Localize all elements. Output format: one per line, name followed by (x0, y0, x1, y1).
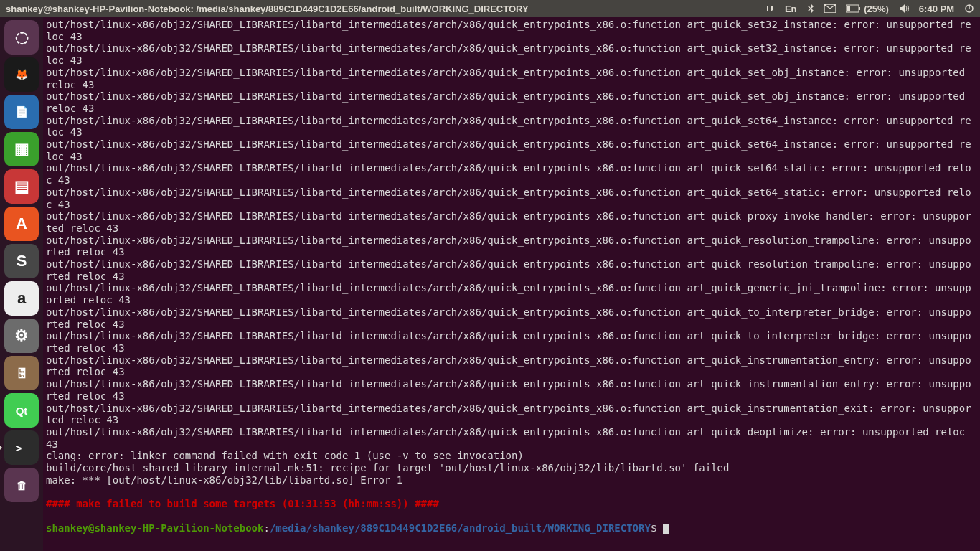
prompt-path: /media/shankey/889C1D449C1D2E66/android_… (270, 522, 651, 534)
svg-rect-2 (847, 6, 850, 11)
writer-icon[interactable]: 📄 (4, 95, 39, 129)
impress-icon[interactable]: ▤ (4, 169, 39, 204)
firefox-icon[interactable]: 🦊 (4, 57, 39, 92)
unity-launcher: ◌🦊📄▦▤ASa⚙🗄Qt>_🗑 (0, 17, 43, 551)
sound-icon[interactable] (899, 4, 909, 14)
build-fail-line: #### make failed to build some targets (… (46, 498, 439, 509)
window-title: shankey@shankey-HP-Pavilion-Notebook: /m… (6, 4, 765, 14)
terminal-icon[interactable]: >_ (4, 430, 39, 465)
terminal-output[interactable]: out/host/linux-x86/obj32/SHARED_LIBRARIE… (43, 17, 980, 551)
svg-rect-1 (859, 7, 860, 10)
indicator-area: En (25%) 6:40 PM (765, 4, 974, 14)
files-icon[interactable]: 🗄 (4, 356, 39, 390)
top-menubar: shankey@shankey-HP-Pavilion-Notebook: /m… (0, 0, 980, 17)
clock[interactable]: 6:40 PM (919, 4, 954, 14)
cursor (663, 524, 669, 534)
bluetooth-icon[interactable] (807, 4, 814, 14)
qt-icon[interactable]: Qt (4, 393, 39, 428)
mail-icon[interactable] (824, 4, 836, 13)
prompt-user: shankey@shankey-HP-Pavilion-Notebook (46, 522, 263, 534)
network-icon[interactable] (765, 4, 775, 14)
amazon-icon[interactable]: a (4, 281, 39, 316)
keyboard-indicator[interactable]: En (785, 4, 797, 14)
software-icon[interactable]: A (4, 207, 39, 241)
battery-indicator[interactable]: (25%) (846, 4, 889, 14)
trash-icon[interactable]: 🗑 (4, 468, 39, 502)
calc-icon[interactable]: ▦ (4, 132, 39, 166)
sublime-icon[interactable]: S (4, 244, 39, 278)
dash-icon[interactable]: ◌ (4, 20, 39, 55)
settings-icon[interactable]: ⚙ (4, 319, 39, 353)
session-icon[interactable] (964, 4, 974, 14)
